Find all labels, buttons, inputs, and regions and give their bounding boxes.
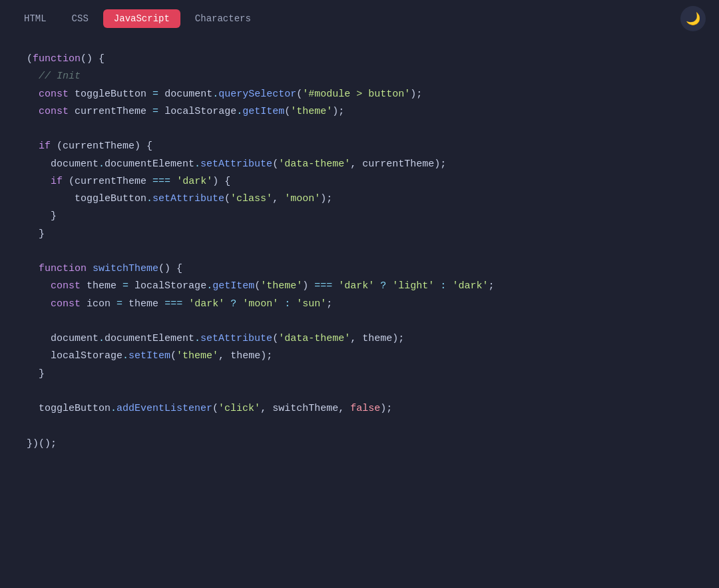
tab-javascript[interactable]: JavaScript [103,9,180,28]
tab-bar: HTML CSS JavaScript Characters 🌙 [0,0,719,37]
code-line [27,383,692,400]
code-line: const icon = theme === 'dark' ? 'moon' :… [27,296,692,313]
code-line: } [27,366,692,383]
dark-mode-button[interactable]: 🌙 [680,6,706,31]
code-line: } [27,226,692,243]
tab-html[interactable]: HTML [13,9,57,28]
code-line: if (currentTheme === 'dark') { [27,173,692,190]
moon-icon: 🌙 [686,11,700,26]
code-line: const toggleButton = document.querySelec… [27,86,692,103]
code-line: function switchTheme() { [27,260,692,278]
code-line: // Init [27,68,692,85]
code-line: toggleButton.setAttribute('class', 'moon… [27,190,692,208]
code-line: localStorage.setItem('theme', theme); [27,348,692,365]
code-line: } [27,208,692,225]
code-line: (function() { [27,51,692,68]
code-editor[interactable]: (function() { // Init const toggleButton… [0,37,719,588]
code-line: toggleButton.addEventListener('click', s… [27,400,692,418]
code-line [27,313,692,330]
code-line: })(); [27,436,692,453]
code-line [27,243,692,260]
tab-css[interactable]: CSS [61,9,99,28]
tab-characters[interactable]: Characters [184,9,262,28]
code-line [27,418,692,435]
code-line: const theme = localStorage.getItem('them… [27,278,692,295]
code-line: const currentTheme = localStorage.getIte… [27,103,692,121]
code-line: document.documentElement.setAttribute('d… [27,156,692,173]
code-line [27,121,692,138]
code-line: document.documentElement.setAttribute('d… [27,330,692,348]
code-line: if (currentTheme) { [27,138,692,155]
